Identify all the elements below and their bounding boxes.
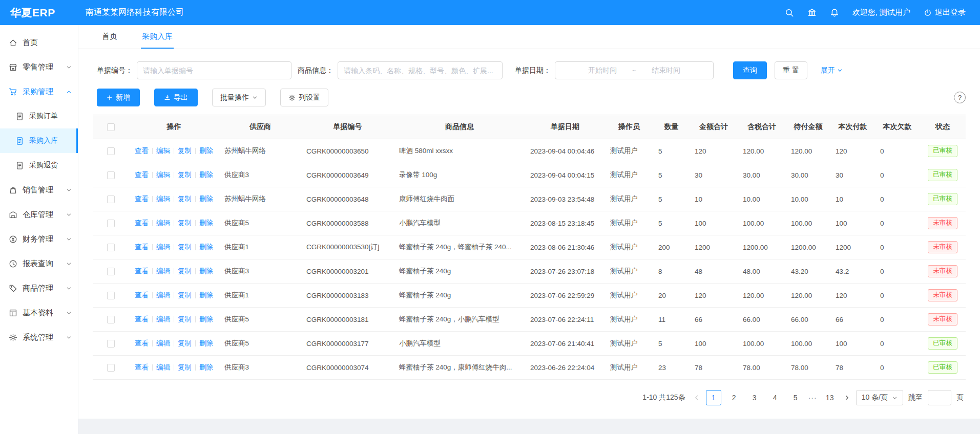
row-action-copy[interactable]: 复制 (178, 291, 192, 299)
row-checkbox[interactable] (107, 220, 115, 227)
tab-home[interactable]: 首页 (101, 25, 118, 49)
plus-icon (107, 95, 113, 101)
row-action-edit[interactable]: 编辑 (156, 267, 170, 275)
next-page-button[interactable] (843, 395, 851, 401)
row-checkbox[interactable] (107, 364, 115, 372)
page-size-select[interactable]: 10 条/页 (856, 390, 903, 405)
sidebar-item-purchase[interactable]: 采购管理 (0, 79, 78, 104)
row-action-copy[interactable]: 复制 (178, 315, 192, 323)
row-action-delete[interactable]: 删除 (199, 243, 213, 251)
sidebar-subitem-purchase-order[interactable]: 采购订单 (0, 104, 78, 128)
row-action-edit[interactable]: 编辑 (156, 219, 170, 227)
row-checkbox[interactable] (107, 340, 115, 348)
row-action-view[interactable]: 查看 (135, 363, 149, 371)
select-all-checkbox[interactable] (107, 123, 115, 131)
bell-icon[interactable] (830, 8, 839, 17)
search-button[interactable]: 查询 (733, 61, 767, 79)
sidebar-item-label: 销售管理 (23, 185, 66, 195)
cell-paid: 78 (830, 356, 875, 380)
tab-purchase-inbound[interactable]: 采购入库 (141, 25, 174, 49)
row-action-view[interactable]: 查看 (135, 267, 149, 275)
row-action-edit[interactable]: 编辑 (156, 291, 170, 299)
row-action-copy[interactable]: 复制 (178, 219, 192, 227)
sidebar-item-report[interactable]: 报表查询 (0, 251, 78, 276)
page-number-4[interactable]: 4 (767, 390, 783, 405)
row-checkbox[interactable] (107, 316, 115, 323)
bank-icon[interactable] (807, 8, 817, 17)
column-header: 供应商 (219, 115, 301, 139)
row-action-delete[interactable]: 删除 (199, 147, 213, 155)
date-start-placeholder: 开始时间 (588, 66, 617, 75)
add-button[interactable]: 新增 (97, 89, 140, 106)
row-action-edit[interactable]: 编辑 (156, 147, 170, 155)
row-action-delete[interactable]: 删除 (199, 339, 213, 347)
cell-due_amount: 100.00 (786, 332, 830, 356)
export-button[interactable]: 导出 (154, 89, 198, 106)
row-action-copy[interactable]: 复制 (178, 339, 192, 347)
page-number-5[interactable]: 5 (788, 390, 803, 405)
sidebar-item-basic[interactable]: 基本资料 (0, 300, 78, 325)
row-action-edit[interactable]: 编辑 (156, 339, 170, 347)
sidebar-item-goods[interactable]: 商品管理 (0, 276, 78, 300)
row-action-delete[interactable]: 删除 (199, 219, 213, 227)
sidebar-item-warehouse[interactable]: 仓库管理 (0, 202, 78, 227)
row-action-view[interactable]: 查看 (135, 315, 149, 323)
sidebar-item-system[interactable]: 系统管理 (0, 325, 78, 350)
row-action-edit[interactable]: 编辑 (156, 171, 170, 179)
jump-page-input[interactable] (928, 390, 951, 405)
prev-page-button[interactable] (693, 395, 701, 401)
help-icon[interactable]: ? (954, 92, 966, 103)
row-action-delete[interactable]: 删除 (199, 195, 213, 203)
page-number-13[interactable]: 13 (822, 390, 838, 405)
column-settings-button[interactable]: 列设置 (280, 89, 328, 106)
cell-amount_total: 120 (690, 139, 738, 163)
expand-link[interactable]: 展开 (821, 66, 843, 75)
row-action-delete[interactable]: 删除 (199, 291, 213, 299)
row-action-edit[interactable]: 编辑 (156, 315, 170, 323)
sidebar-subitem-purchase-return[interactable]: 采购退货 (0, 153, 78, 178)
search-icon[interactable] (785, 8, 794, 17)
page-number-2[interactable]: 2 (726, 390, 742, 405)
batch-actions-button[interactable]: 批量操作 (212, 89, 266, 106)
row-checkbox[interactable] (107, 196, 115, 203)
row-checkbox[interactable] (107, 171, 115, 179)
row-action-view[interactable]: 查看 (135, 147, 149, 155)
row-action-edit[interactable]: 编辑 (156, 363, 170, 371)
page-number-1[interactable]: 1 (706, 390, 721, 405)
sidebar-item-home[interactable]: 首页 (0, 30, 78, 55)
doc-no-input[interactable] (137, 61, 291, 79)
sidebar-item-retail[interactable]: 零售管理 (0, 55, 78, 79)
row-action-copy[interactable]: 复制 (178, 195, 192, 203)
row-action-copy[interactable]: 复制 (178, 363, 192, 371)
row-action-delete[interactable]: 删除 (199, 267, 213, 275)
row-action-edit[interactable]: 编辑 (156, 195, 170, 203)
row-checkbox[interactable] (107, 147, 115, 155)
cell-qty: 5 (653, 163, 690, 187)
row-action-view[interactable]: 查看 (135, 171, 149, 179)
row-action-view[interactable]: 查看 (135, 339, 149, 347)
row-action-delete[interactable]: 删除 (199, 363, 213, 371)
row-action-delete[interactable]: 删除 (199, 315, 213, 323)
row-action-view[interactable]: 查看 (135, 219, 149, 227)
product-info-input[interactable] (338, 61, 503, 79)
row-action-copy[interactable]: 复制 (178, 243, 192, 251)
row-action-view[interactable]: 查看 (135, 243, 149, 251)
row-action-view[interactable]: 查看 (135, 291, 149, 299)
row-action-copy[interactable]: 复制 (178, 267, 192, 275)
row-checkbox[interactable] (107, 292, 115, 299)
reset-button[interactable]: 重 置 (775, 61, 807, 79)
row-checkbox[interactable] (107, 244, 115, 251)
row-action-copy[interactable]: 复制 (178, 147, 192, 155)
row-action-delete[interactable]: 删除 (199, 171, 213, 179)
row-checkbox[interactable] (107, 268, 115, 275)
chevron-down-icon (837, 68, 843, 73)
row-action-copy[interactable]: 复制 (178, 171, 192, 179)
sidebar-item-sales[interactable]: 销售管理 (0, 178, 78, 202)
row-action-edit[interactable]: 编辑 (156, 243, 170, 251)
date-range-picker[interactable]: 开始时间 ~ 结束时间 (555, 61, 714, 79)
sidebar-subitem-purchase-inbound[interactable]: 采购入库 (0, 128, 78, 153)
logout-button[interactable]: 退出登录 (924, 8, 966, 17)
row-action-view[interactable]: 查看 (135, 195, 149, 203)
page-number-3[interactable]: 3 (747, 390, 762, 405)
sidebar-item-finance[interactable]: 财务管理 (0, 227, 78, 251)
